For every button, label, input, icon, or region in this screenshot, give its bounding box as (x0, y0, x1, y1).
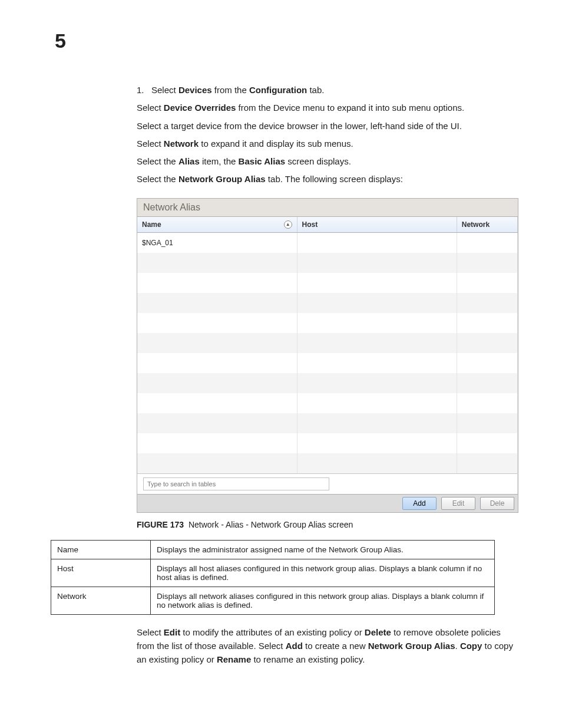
figure-number: FIGURE 173 (137, 520, 184, 529)
cell-name (137, 433, 297, 453)
chapter-number: 5 (55, 29, 66, 52)
table-toolbar: Add Edit Dele (137, 495, 518, 513)
desc-key: Name (51, 540, 151, 559)
cell-name (137, 333, 297, 353)
text: item, the (200, 156, 239, 166)
cell-network (457, 273, 517, 293)
text-bold: Network Group Alias (368, 641, 455, 651)
figure-title: Network - Alias - Network Group Alias sc… (189, 520, 353, 529)
text-bold: Network Group Alias (178, 174, 266, 184)
table-search-input[interactable] (143, 477, 329, 490)
text-bold: Alias (178, 156, 200, 166)
desc-key: Network (51, 587, 151, 614)
cell-name (137, 253, 297, 273)
text: Select the (137, 156, 178, 166)
text: to rename an existing policy. (251, 654, 365, 664)
cell-host (297, 313, 457, 333)
table-row[interactable] (137, 273, 518, 293)
step-6: Select the Network Group Alias tab. The … (137, 172, 515, 187)
table-row[interactable] (137, 293, 518, 313)
text: Select (137, 627, 164, 637)
table-row[interactable] (137, 353, 518, 373)
cell-host (297, 393, 457, 413)
text-bold: Configuration (249, 85, 307, 95)
text-bold: Add (286, 641, 303, 651)
text: to expand it and display its sub menus. (199, 139, 353, 149)
description-table: NameDisplays the administrator assigned … (51, 540, 495, 615)
cell-host (297, 333, 457, 353)
table-row[interactable] (137, 453, 518, 473)
delete-button[interactable]: Dele (480, 497, 514, 510)
col-network[interactable]: Network (457, 217, 517, 233)
text-bold: Network (164, 139, 199, 149)
desc-value: Displays the administrator assigned name… (151, 540, 495, 559)
table-row[interactable] (137, 433, 518, 453)
cell-name (137, 353, 297, 373)
text: tab. (307, 85, 324, 95)
cell-name: $NGA_01 (137, 232, 297, 253)
edit-button[interactable]: Edit (441, 497, 475, 510)
table-row[interactable] (137, 413, 518, 433)
text: screen displays. (285, 156, 351, 166)
text: to modify the attributes of an existing … (180, 627, 365, 637)
cell-name (137, 293, 297, 313)
closing-paragraph: Select Edit to modify the attributes of … (137, 625, 515, 667)
cell-network (457, 253, 517, 273)
cell-network (457, 313, 517, 333)
table-row[interactable]: $NGA_01 (137, 232, 518, 253)
text: to create a new (303, 641, 368, 651)
cell-host (297, 453, 457, 473)
table-row[interactable] (137, 373, 518, 393)
table-row[interactable] (137, 253, 518, 273)
text: Select (151, 85, 178, 95)
step-1: 1. Select Devices from the Configuration… (137, 83, 515, 98)
step-3: Select a target device from the device b… (137, 118, 515, 134)
sort-asc-icon[interactable]: ▲ (284, 220, 292, 229)
text-bold: Basic Alias (239, 156, 286, 166)
text: from the (212, 85, 249, 95)
text: from the Device menu to expand it into s… (236, 103, 464, 113)
text-bold: Delete (365, 627, 391, 637)
col-name[interactable]: Name ▲ (137, 217, 297, 233)
cell-network (457, 453, 517, 473)
cell-network (457, 413, 517, 433)
screenshot-network-alias: Network Alias Name ▲ Host Network (137, 198, 518, 513)
figure-caption: FIGURE 173 Network - Alias - Network Gro… (137, 520, 515, 529)
cell-network (457, 333, 517, 353)
text-bold: Edit (164, 627, 180, 637)
cell-host (297, 353, 457, 373)
cell-host (297, 413, 457, 433)
cell-network (457, 433, 517, 453)
text: Select the (137, 174, 178, 184)
cell-host (297, 253, 457, 273)
cell-network (457, 393, 517, 413)
cell-host (297, 293, 457, 313)
text: . (455, 641, 460, 651)
cell-host (297, 273, 457, 293)
network-alias-table: Name ▲ Host Network $NGA_01 (137, 217, 518, 473)
cell-network (457, 373, 517, 393)
desc-value: Displays all network aliases configured … (151, 587, 495, 614)
text: tab. The following screen displays: (266, 174, 403, 184)
cell-name (137, 453, 297, 473)
text-bold: Device Overrides (164, 103, 236, 113)
cell-name (137, 393, 297, 413)
text-bold: Copy (460, 641, 482, 651)
table-row[interactable] (137, 313, 518, 333)
cell-host (297, 232, 457, 253)
col-label: Name (142, 220, 161, 229)
text: Select (137, 103, 164, 113)
table-row[interactable] (137, 333, 518, 353)
desc-row: HostDisplays all host aliases configured… (51, 559, 495, 587)
cell-network (457, 353, 517, 373)
table-row[interactable] (137, 393, 518, 413)
desc-row: NetworkDisplays all network aliases conf… (51, 587, 495, 614)
col-host[interactable]: Host (297, 217, 457, 233)
desc-row: NameDisplays the administrator assigned … (51, 540, 495, 559)
cell-network (457, 232, 517, 253)
add-button[interactable]: Add (402, 497, 437, 510)
cell-host (297, 373, 457, 393)
step-5: Select the Alias item, the Basic Alias s… (137, 154, 515, 169)
panel-title: Network Alias (137, 199, 518, 217)
cell-name (137, 313, 297, 333)
